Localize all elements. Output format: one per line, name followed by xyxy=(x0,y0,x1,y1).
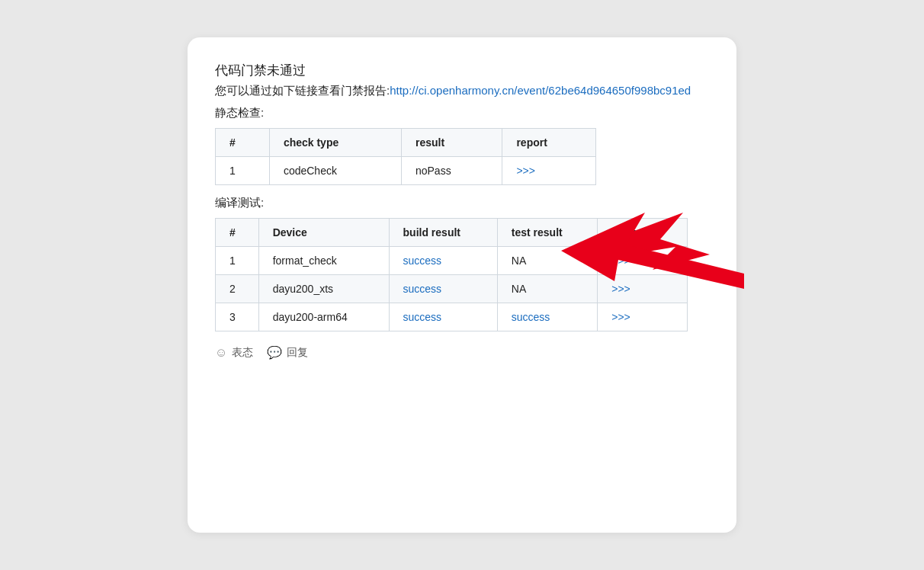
build-col-device: Device xyxy=(258,219,389,247)
static-cell-num-1: 1 xyxy=(216,157,270,185)
reaction-label: 表态 xyxy=(232,346,253,360)
build-table: # Device build result test result packag… xyxy=(215,218,688,331)
static-cell-report-1[interactable]: >>> xyxy=(502,157,596,185)
footer: ☺ 表态 💬 回复 xyxy=(215,345,709,360)
build-cell-device-3: dayu200-arm64 xyxy=(258,303,389,331)
build-cell-num-2: 2 xyxy=(216,275,259,303)
build-col-build-result: build result xyxy=(389,219,497,247)
static-cell-checktype-1: codeCheck xyxy=(269,157,401,185)
reaction-button[interactable]: ☺ 表态 xyxy=(215,346,253,360)
main-card: 代码门禁未通过 您可以通过如下链接查看门禁报告:http://ci.openha… xyxy=(188,37,736,533)
build-col-test-result: test result xyxy=(497,219,597,247)
build-col-num: # xyxy=(216,219,259,247)
build-cell-build-result-2: success xyxy=(389,275,497,303)
build-cell-package-3[interactable]: >>> xyxy=(598,303,688,331)
build-cell-build-result-3: success xyxy=(389,303,497,331)
build-cell-test-result-2: NA xyxy=(497,275,597,303)
static-col-num: # xyxy=(216,129,270,157)
static-table: # check type result report 1 codeCheck n… xyxy=(215,128,596,185)
static-row-1: 1 codeCheck noPass >>> xyxy=(216,157,596,185)
build-cell-num-3: 3 xyxy=(216,303,259,331)
build-col-package: package xyxy=(598,219,688,247)
comment-icon: 💬 xyxy=(267,345,282,360)
build-row-3: 3 dayu200-arm64 success success >>> xyxy=(216,303,688,331)
build-cell-device-2: dayu200_xts xyxy=(258,275,389,303)
build-cell-num-1: 1 xyxy=(216,247,259,275)
build-row-1: 1 format_check success NA >>> xyxy=(216,247,688,275)
static-col-report: report xyxy=(502,129,596,157)
page-title: 代码门禁未通过 xyxy=(215,62,709,79)
build-row-2: 2 dayu200_xts success NA >>> xyxy=(216,275,688,303)
static-col-checktype: check type xyxy=(269,129,401,157)
build-cell-package-1[interactable]: >>> xyxy=(598,247,688,275)
smiley-icon: ☺ xyxy=(215,346,227,360)
build-cell-test-result-1: NA xyxy=(497,247,597,275)
static-col-result: result xyxy=(401,129,502,157)
link-prefix: 您可以通过如下链接查看门禁报告: xyxy=(215,84,390,97)
build-cell-device-1: format_check xyxy=(258,247,389,275)
build-section-label: 编译测试: xyxy=(215,196,709,210)
comment-button[interactable]: 💬 回复 xyxy=(267,345,308,360)
build-cell-build-result-1: success xyxy=(389,247,497,275)
comment-label: 回复 xyxy=(287,346,308,360)
build-cell-package-2[interactable]: >>> xyxy=(598,275,688,303)
report-link[interactable]: http://ci.openharmony.cn/event/62be64d96… xyxy=(390,84,691,97)
static-section-label: 静态检查: xyxy=(215,106,709,120)
link-line: 您可以通过如下链接查看门禁报告:http://ci.openharmony.cn… xyxy=(215,84,709,98)
static-cell-result-1: noPass xyxy=(401,157,502,185)
build-cell-test-result-3: success xyxy=(497,303,597,331)
